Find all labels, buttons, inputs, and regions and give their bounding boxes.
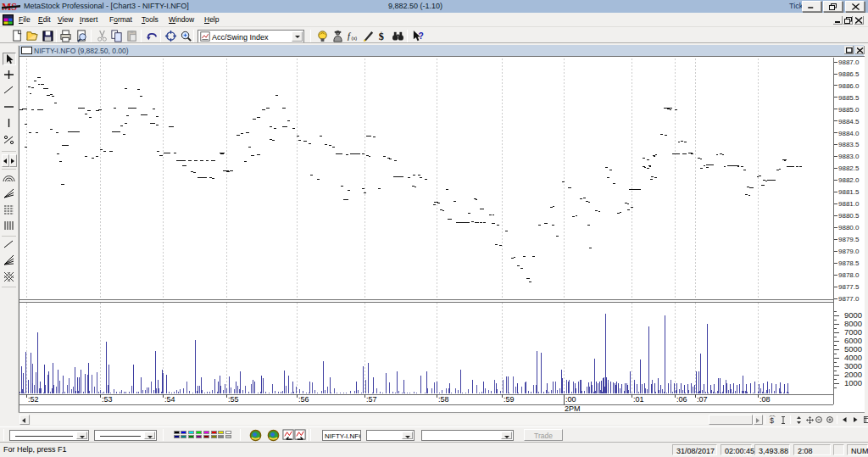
svg-text::54: :54 bbox=[164, 395, 175, 404]
svg-text:2PM: 2PM bbox=[565, 404, 581, 413]
svg-text:9878.5: 9878.5 bbox=[838, 259, 860, 267]
svg-text:9885.0: 9885.0 bbox=[838, 106, 860, 114]
svg-text:9882.0: 9882.0 bbox=[838, 176, 860, 184]
svg-text:9000: 9000 bbox=[844, 310, 862, 320]
svg-text:4000: 4000 bbox=[844, 353, 862, 362]
svg-text:9883.0: 9883.0 bbox=[838, 153, 860, 160]
svg-text:9880.0: 9880.0 bbox=[838, 224, 860, 231]
svg-text::06: :06 bbox=[676, 395, 687, 404]
svg-text:9884.0: 9884.0 bbox=[838, 130, 860, 137]
svg-text::59: :59 bbox=[504, 395, 515, 404]
svg-text::08: :08 bbox=[760, 395, 771, 404]
svg-text::01: :01 bbox=[633, 395, 644, 404]
svg-text::07: :07 bbox=[697, 395, 708, 404]
svg-text:9880.5: 9880.5 bbox=[838, 212, 860, 220]
svg-text:9877.0: 9877.0 bbox=[838, 295, 860, 303]
svg-text::52: :52 bbox=[28, 395, 39, 404]
svg-text:6000: 6000 bbox=[844, 336, 862, 345]
svg-text::53: :53 bbox=[102, 395, 113, 404]
svg-text:9878.0: 9878.0 bbox=[838, 271, 860, 279]
svg-text:9887.0: 9887.0 bbox=[838, 59, 860, 66]
svg-text:3000: 3000 bbox=[844, 361, 862, 371]
svg-text::55: :55 bbox=[228, 395, 239, 404]
svg-text:9881.0: 9881.0 bbox=[838, 200, 860, 208]
svg-text:9882.5: 9882.5 bbox=[838, 164, 860, 172]
svg-text:8000: 8000 bbox=[844, 319, 862, 328]
svg-text::58: :58 bbox=[438, 395, 449, 404]
svg-text::56: :56 bbox=[298, 395, 309, 404]
svg-text:$: $ bbox=[770, 416, 774, 424]
svg-text:5000: 5000 bbox=[844, 344, 862, 354]
svg-text:9883.5: 9883.5 bbox=[838, 141, 860, 148]
svg-text:9881.5: 9881.5 bbox=[838, 188, 860, 196]
svg-text::57: :57 bbox=[366, 395, 377, 404]
svg-text::00: :00 bbox=[565, 395, 576, 404]
svg-text:9877.5: 9877.5 bbox=[838, 283, 860, 291]
svg-text:9879.5: 9879.5 bbox=[838, 236, 860, 243]
svg-text:9886.0: 9886.0 bbox=[838, 82, 860, 90]
svg-text:9884.5: 9884.5 bbox=[838, 118, 860, 125]
svg-text:1000: 1000 bbox=[844, 378, 862, 387]
svg-text:9885.5: 9885.5 bbox=[838, 94, 860, 102]
svg-text:7000: 7000 bbox=[844, 327, 862, 337]
svg-text:9886.5: 9886.5 bbox=[838, 70, 860, 78]
svg-text:2000: 2000 bbox=[844, 370, 862, 379]
svg-text:9879.0: 9879.0 bbox=[838, 248, 860, 255]
